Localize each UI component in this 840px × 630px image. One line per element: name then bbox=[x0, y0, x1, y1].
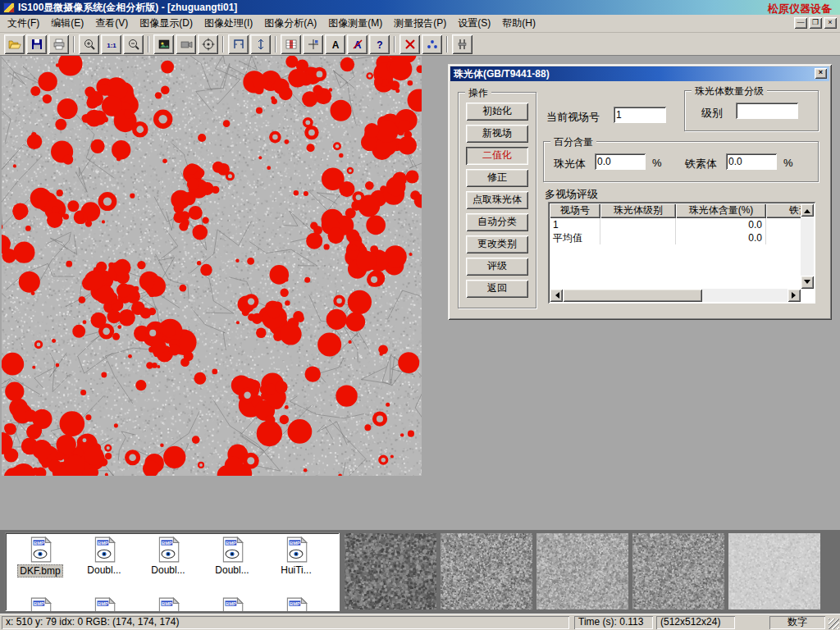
menu-item-image-analysis[interactable]: 图像分析(A) bbox=[258, 14, 322, 33]
change-class-button[interactable]: 更改类别 bbox=[466, 235, 528, 253]
file-name: Doubl... bbox=[149, 564, 186, 576]
bmp-file-icon: BMP bbox=[153, 536, 183, 564]
dialog-title-bar[interactable]: 珠光体(GB/T9441-88) × bbox=[450, 66, 829, 81]
pearlite-percent-input[interactable] bbox=[595, 153, 646, 170]
text-delete-button[interactable]: A bbox=[347, 34, 368, 54]
actual-size-button[interactable]: 1:1 bbox=[101, 34, 121, 54]
status-mode: 数字 bbox=[769, 616, 825, 629]
table-horizontal-scrollbar[interactable] bbox=[550, 289, 801, 302]
menu-item-view[interactable]: 查看(V) bbox=[89, 14, 134, 33]
save-button[interactable] bbox=[26, 34, 47, 54]
left-arrow-icon bbox=[552, 292, 559, 299]
return-button[interactable]: 返回 bbox=[466, 280, 528, 298]
capture-button[interactable] bbox=[198, 34, 218, 54]
image-thumbnail[interactable] bbox=[441, 533, 532, 609]
scroll-right-button[interactable] bbox=[788, 289, 801, 302]
point-measure-button[interactable] bbox=[422, 34, 442, 54]
measure-cross-button[interactable] bbox=[303, 34, 323, 54]
ferrite-percent-input[interactable] bbox=[726, 153, 777, 170]
correct-button[interactable]: 修正 bbox=[466, 169, 528, 187]
svg-text:BMP: BMP bbox=[162, 601, 172, 606]
zoom-out-button[interactable] bbox=[123, 34, 144, 54]
metallographic-image[interactable] bbox=[2, 56, 422, 476]
menu-item-edit[interactable]: 编辑(E) bbox=[45, 14, 89, 33]
measure-grid-button[interactable] bbox=[281, 34, 301, 54]
pick-pearlite-button[interactable]: 点取珠光体 bbox=[466, 191, 528, 209]
auto-classify-button[interactable]: 自动分类 bbox=[466, 213, 528, 231]
file-item[interactable]: BMP bbox=[200, 596, 264, 611]
file-item[interactable]: BMP Doubl... bbox=[136, 536, 200, 578]
open-button[interactable] bbox=[4, 34, 25, 54]
scroll-left-button[interactable] bbox=[550, 289, 563, 302]
down-arrow-icon bbox=[804, 280, 810, 287]
file-item[interactable]: BMP bbox=[136, 596, 200, 611]
menu-bar: 文件(F) 编辑(E) 查看(V) 图像显示(D) 图像处理(I) 图像分析(A… bbox=[0, 15, 840, 33]
mdi-restore-button[interactable]: ❐ bbox=[809, 17, 822, 29]
image-thumbnail[interactable] bbox=[536, 533, 628, 609]
resize-grip[interactable] bbox=[829, 619, 839, 629]
menu-item-settings[interactable]: 设置(S) bbox=[452, 14, 496, 33]
mdi-close-button[interactable]: × bbox=[824, 17, 837, 29]
dialog-close-button[interactable]: × bbox=[815, 68, 827, 79]
vernier-button[interactable] bbox=[452, 34, 472, 54]
image-display-button[interactable] bbox=[153, 34, 174, 54]
zoom-in-button[interactable] bbox=[79, 34, 99, 54]
image-thumbnail[interactable] bbox=[345, 533, 436, 609]
scroll-down-button[interactable] bbox=[801, 276, 814, 289]
camera-button[interactable] bbox=[176, 34, 196, 54]
measure-caliper-button[interactable] bbox=[228, 34, 249, 54]
title-bar: IS100显微摄像系统(金相分析版) - [zhuguangti01] 松原仪器… bbox=[0, 0, 840, 15]
file-item[interactable]: BMP HuiTi... bbox=[264, 536, 328, 578]
cell-pearlite-percent: 0.0 bbox=[676, 218, 766, 231]
column-ferrite[interactable]: 铁素 bbox=[766, 203, 801, 218]
file-item[interactable]: BMP Doubl... bbox=[72, 536, 136, 578]
grade-button[interactable]: 评级 bbox=[466, 258, 528, 276]
file-item[interactable]: BMP Doubl... bbox=[200, 536, 264, 578]
menu-item-image-measure[interactable]: 图像测量(M) bbox=[322, 14, 388, 33]
level-input[interactable] bbox=[736, 103, 798, 119]
grid-icon bbox=[285, 38, 298, 51]
svg-text:BMP: BMP bbox=[290, 541, 300, 546]
bmp-file-icon: BMP bbox=[217, 596, 247, 611]
file-item[interactable]: BMP DKF.bmp bbox=[8, 536, 72, 578]
status-bar: x: 510 y: 79 idx: 0 RGB: (174, 174, 174)… bbox=[0, 614, 840, 630]
menu-item-image-process[interactable]: 图像处理(I) bbox=[199, 14, 258, 33]
column-field-number[interactable]: 视场号 bbox=[550, 203, 600, 218]
menu-item-file[interactable]: 文件(F) bbox=[2, 14, 45, 33]
menu-item-help[interactable]: 帮助(H) bbox=[496, 14, 541, 33]
mdi-minimize-button[interactable]: — bbox=[794, 17, 807, 29]
toolbar-separator bbox=[275, 36, 276, 52]
table-vertical-scrollbar[interactable] bbox=[801, 203, 814, 289]
file-row: BMP DKF.bmp BMP Doubl... BMP Doubl... BM… bbox=[8, 536, 328, 578]
image-thumbnail[interactable] bbox=[632, 533, 724, 609]
initialize-button[interactable]: 初始化 bbox=[466, 103, 528, 121]
file-name: DKF.bmp bbox=[17, 564, 62, 578]
bmp-file-icon: BMP bbox=[89, 596, 119, 611]
current-field-input[interactable] bbox=[614, 107, 666, 123]
measure-gauge-button[interactable] bbox=[250, 34, 271, 54]
menu-item-image-display[interactable]: 图像显示(D) bbox=[134, 14, 199, 33]
column-pearlite-percent[interactable]: 珠光体含量(%) bbox=[676, 203, 766, 218]
right-arrow-icon bbox=[792, 292, 799, 299]
print-button[interactable] bbox=[48, 34, 69, 54]
file-item[interactable]: BMP bbox=[72, 596, 136, 611]
table-row[interactable]: 1 0.0 bbox=[550, 218, 801, 231]
file-item[interactable]: BMP bbox=[264, 596, 328, 611]
cut-button[interactable] bbox=[399, 34, 420, 54]
file-item[interactable]: BMP bbox=[8, 596, 72, 611]
scrollbar-thumb[interactable] bbox=[563, 289, 702, 302]
image-thumbnail[interactable] bbox=[728, 533, 820, 609]
bmp-file-icon: BMP bbox=[217, 536, 247, 564]
binarize-button[interactable]: 二值化 bbox=[466, 147, 528, 165]
workspace: 珠光体(GB/T9441-88) × 操作 初始化 新视场 二值化 修正 点取珠… bbox=[0, 56, 840, 530]
operation-group: 操作 初始化 新视场 二值化 修正 点取珠光体 自动分类 更改类别 评级 返回 bbox=[458, 92, 536, 308]
help-button[interactable]: ? bbox=[369, 34, 390, 54]
pearlite-percent-sign: % bbox=[652, 157, 662, 169]
scroll-up-button[interactable] bbox=[801, 203, 814, 217]
table-row[interactable]: 平均值 0.0 bbox=[550, 231, 801, 244]
cross-marker-icon bbox=[307, 38, 320, 51]
new-field-button[interactable]: 新视场 bbox=[466, 125, 528, 143]
text-annotate-button[interactable]: A bbox=[325, 34, 345, 54]
menu-item-measure-report[interactable]: 测量报告(P) bbox=[388, 14, 452, 33]
column-pearlite-grade[interactable]: 珠光体级别 bbox=[600, 203, 676, 218]
